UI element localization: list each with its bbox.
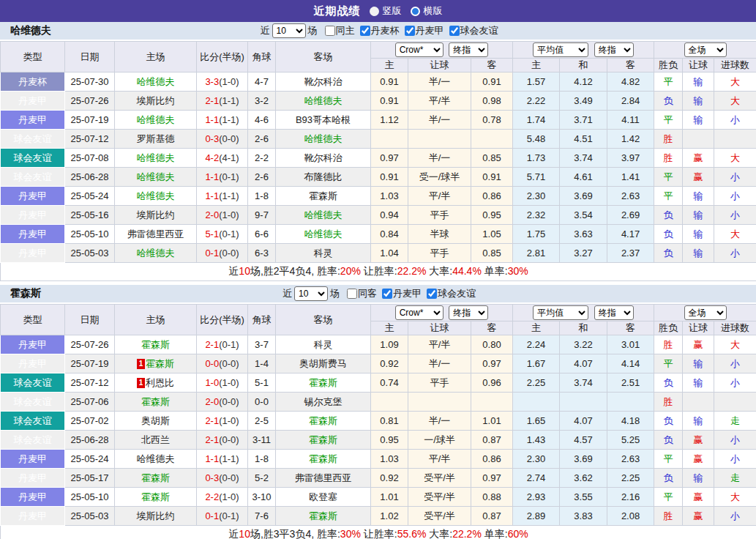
- average-odds-select[interactable]: 平均值: [533, 305, 588, 320]
- away-team-cell: 哈维德夫: [276, 206, 371, 225]
- match-scope-select[interactable]: 全场: [684, 305, 727, 320]
- league-type-badge: 球会友谊: [1, 393, 65, 412]
- home-team-cell: 奥胡斯: [115, 412, 197, 431]
- same-venue-checkbox[interactable]: [325, 26, 335, 36]
- away-team-link[interactable]: 奥胡斯费马: [299, 358, 347, 369]
- away-team-link[interactable]: 科灵: [314, 248, 333, 259]
- layout-radio-vertical[interactable]: 竖版: [370, 4, 402, 18]
- result-cell: 胜: [654, 130, 683, 149]
- match-count-select[interactable]: 10: [294, 286, 328, 301]
- away-team-link[interactable]: 布隆德比: [304, 171, 343, 182]
- handicap-odds-cell: 1.03: [371, 187, 408, 206]
- same-venue-filter[interactable]: 同客: [342, 287, 377, 300]
- home-team-link[interactable]: 霍森斯: [141, 472, 170, 483]
- odds-time-select-2[interactable]: 终指: [594, 42, 634, 57]
- away-team-link[interactable]: 霍森斯: [309, 434, 337, 445]
- result-cell: 平: [654, 488, 683, 507]
- match-row: 丹麦甲25-05-16埃斯比约2-0(1-0)9-7哈维德夫0.94平手0.95…: [1, 206, 756, 225]
- league-filter-club-friendly[interactable]: 球会友谊: [444, 24, 498, 37]
- home-team-link[interactable]: 埃斯比约: [137, 209, 175, 220]
- result-cell: 负: [654, 206, 683, 225]
- home-team-link[interactable]: 哈维德夫: [137, 190, 175, 201]
- league-checkbox[interactable]: [449, 26, 460, 36]
- odds-time-select-2[interactable]: 终指: [594, 305, 634, 320]
- away-team-link[interactable]: 霍森斯: [309, 415, 337, 426]
- away-team-link[interactable]: 霍森斯: [309, 453, 337, 464]
- away-team-link[interactable]: 靴尔科治: [304, 152, 343, 163]
- away-team-link[interactable]: 锡尔克堡: [304, 396, 343, 407]
- league-filter-danish-first[interactable]: 丹麦甲: [377, 287, 422, 300]
- away-team-link[interactable]: 弗雷德里西亚: [295, 472, 352, 483]
- handicap-odds-cell: 半/一: [408, 149, 471, 168]
- away-team-link[interactable]: 霍森斯: [309, 190, 337, 201]
- handicap-odds-cell: 0.92: [371, 469, 408, 488]
- home-team-link[interactable]: 霍森斯: [146, 358, 174, 369]
- bookmaker-select[interactable]: Crow*: [395, 42, 444, 57]
- bookmaker-select[interactable]: Crow*: [395, 305, 444, 320]
- odds-time-select[interactable]: 终指: [449, 42, 488, 57]
- summary-segment: 大率:: [426, 528, 452, 539]
- away-team-link[interactable]: 哈维德夫: [304, 133, 343, 144]
- away-team-link[interactable]: 霍森斯: [309, 510, 337, 521]
- away-team-link[interactable]: 哈维德夫: [304, 209, 343, 220]
- result-cell: 输: [683, 73, 714, 92]
- average-odds-select[interactable]: 平均值: [533, 42, 588, 57]
- home-team-link[interactable]: 弗雷德里西亚: [127, 228, 184, 239]
- result-cell: 赢: [683, 507, 714, 526]
- home-team-link[interactable]: 霍森斯: [141, 491, 170, 502]
- home-team-link[interactable]: 霍森斯: [141, 339, 170, 350]
- handicap-odds-cell: 0.95: [371, 431, 408, 450]
- league-filter-danish-cup[interactable]: 丹麦杯: [355, 24, 400, 37]
- home-team-link[interactable]: 哈维德夫: [137, 171, 175, 182]
- average-odds-cell: 3.83: [560, 507, 607, 526]
- layout-radio-horizontal[interactable]: 横版: [411, 4, 443, 18]
- match-scope-select[interactable]: 全场: [684, 42, 727, 57]
- handicap-odds-cell: 0.80: [471, 335, 513, 354]
- league-checkbox[interactable]: [382, 289, 392, 299]
- result-cell: 赢: [683, 431, 714, 450]
- away-team-link[interactable]: 哈维德夫: [304, 228, 343, 239]
- home-team-link[interactable]: 哈维德夫: [137, 248, 175, 259]
- home-team-link[interactable]: 北西兰: [141, 434, 170, 445]
- home-team-link[interactable]: 埃斯比约: [137, 510, 175, 521]
- average-odds-cell: 1.43: [513, 431, 560, 450]
- halftime-score: (1-1): [219, 190, 239, 201]
- away-team-link[interactable]: 靴尔科治: [304, 76, 343, 87]
- result-cell: 负: [654, 92, 683, 111]
- same-venue-checkbox[interactable]: [347, 289, 357, 299]
- result-cell: 小: [714, 354, 756, 373]
- league-filter-danish-first[interactable]: 丹麦甲: [400, 24, 444, 37]
- away-team-link[interactable]: B93哥本哈根: [296, 114, 351, 125]
- odds-time-select[interactable]: 终指: [449, 305, 488, 320]
- home-team-link[interactable]: 哈维德夫: [137, 152, 175, 163]
- average-odds-cell: 4.82: [607, 73, 654, 92]
- col-away: 客场: [276, 42, 371, 73]
- handicap-odds-cell: 0.97: [471, 469, 513, 488]
- league-checkbox[interactable]: [427, 289, 437, 299]
- home-team-link[interactable]: 利恩比: [146, 377, 174, 388]
- team-section-hvidovre: 哈维德夫 近 10 场 同主 丹麦杯 丹麦甲 球会友谊: [0, 22, 756, 281]
- home-team-link[interactable]: 哈维德夫: [137, 76, 175, 87]
- same-venue-filter[interactable]: 同主: [320, 24, 355, 37]
- home-team-link[interactable]: 罗斯基德: [137, 133, 175, 144]
- away-team-link[interactable]: 哈维德夫: [304, 95, 343, 106]
- home-team-link[interactable]: 奥胡斯: [141, 415, 170, 426]
- match-count-select[interactable]: 10: [272, 23, 306, 38]
- home-team-link[interactable]: 哈维德夫: [137, 453, 175, 464]
- summary-segment: 单率:: [482, 265, 508, 277]
- home-team-link[interactable]: 埃斯比约: [137, 95, 175, 106]
- away-team-link[interactable]: 霍森斯: [309, 377, 337, 388]
- league-filter-club-friendly[interactable]: 球会友谊: [422, 287, 476, 300]
- home-team-link[interactable]: 哈维德夫: [137, 114, 175, 125]
- corner-score: 6-3: [248, 244, 276, 263]
- league-checkbox[interactable]: [360, 26, 370, 36]
- home-team-link[interactable]: 霍森斯: [141, 396, 170, 407]
- average-odds-cell: 4.61: [560, 168, 607, 187]
- result-cell: 走: [714, 412, 756, 431]
- league-checkbox[interactable]: [405, 26, 415, 36]
- average-odds-cell: 2.30: [513, 187, 560, 206]
- away-team-link[interactable]: 欧登塞: [309, 491, 337, 502]
- result-cell: 平: [654, 187, 683, 206]
- away-team-link[interactable]: 科灵: [314, 339, 333, 350]
- average-odds-cell: 3.69: [560, 450, 607, 469]
